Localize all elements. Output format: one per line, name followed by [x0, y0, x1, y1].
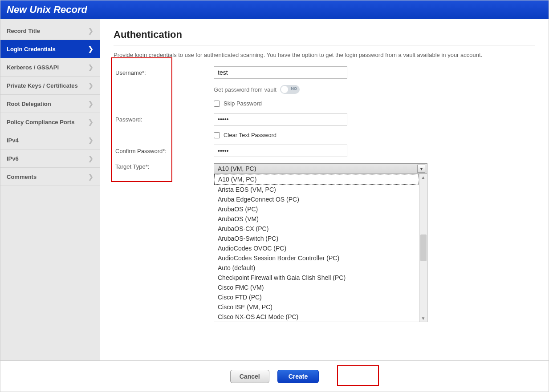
chevron-right-icon: ❯ [88, 137, 94, 144]
dropdown-option[interactable]: Cisco FTD (PC) [214, 292, 419, 302]
username-input[interactable] [214, 66, 347, 79]
sidebar-item-ipv4[interactable]: IPv4 ❯ [0, 131, 100, 150]
create-button[interactable]: Create [277, 370, 319, 383]
sidebar-item-kerberos[interactable]: Kerberos / GSSAPI ❯ [0, 58, 100, 77]
divider [114, 45, 535, 45]
dropdown-icon: ▾ [417, 165, 425, 173]
username-label: Username*: [114, 69, 214, 76]
sidebar-item-label: Policy Compliance Ports [7, 119, 74, 125]
sidebar-item-label: Comments [7, 174, 37, 180]
dropdown-option[interactable]: ArubaOS-Switch (PC) [214, 234, 419, 243]
sidebar-item-record-title[interactable]: Record Title ❯ [0, 22, 100, 40]
sidebar-item-label: Kerberos / GSSAPI [7, 64, 59, 71]
toggle-state: NO [291, 86, 297, 91]
chevron-right-icon: ❯ [88, 27, 94, 34]
chevron-right-icon: ❯ [88, 45, 94, 53]
dialog-title: New Unix Record [7, 4, 87, 16]
scroll-down-icon: ▼ [421, 315, 426, 322]
dropdown-option[interactable]: Checkpoint Firewall with Gaia Clish Shel… [214, 273, 419, 283]
confirm-password-input[interactable] [214, 145, 347, 157]
dropdown-option[interactable]: ArubaOS-CX (PC) [214, 224, 419, 234]
confirm-password-label: Confirm Password*: [114, 148, 214, 154]
chevron-right-icon: ❯ [88, 64, 94, 71]
dropdown-option[interactable]: Auto (default) [214, 263, 419, 273]
dialog-header: New Unix Record [0, 0, 549, 19]
sidebar-item-private-keys[interactable]: Private Keys / Certificates ❯ [0, 77, 100, 95]
chevron-right-icon: ❯ [88, 118, 94, 125]
clear-text-checkbox[interactable] [214, 132, 220, 138]
dropdown-option[interactable]: Cisco FMC (VM) [214, 283, 419, 292]
sidebar-item-label: IPv6 [7, 155, 19, 162]
dropdown-option[interactable]: Cisco ISE (VM, PC) [214, 302, 419, 312]
password-input[interactable] [214, 113, 347, 125]
dropdown-scrollbar[interactable]: ▲ ▼ [419, 174, 427, 322]
dropdown-option[interactable]: AudioCodes OVOC (PC) [214, 243, 419, 253]
main-panel: Authentication Provide login credentials… [100, 19, 549, 360]
dropdown-option[interactable]: AudioCodes Session Border Controller (PC… [214, 253, 419, 263]
chevron-right-icon: ❯ [88, 100, 94, 107]
target-type-label: Target Type*: [114, 163, 214, 170]
skip-password-checkbox[interactable] [214, 101, 220, 107]
vault-label: Get password from vault [214, 86, 277, 93]
skip-password-label: Skip Password [224, 100, 262, 107]
chevron-right-icon: ❯ [88, 155, 94, 162]
target-type-selected: A10 (VM, PC) [218, 165, 256, 172]
sidebar-item-label: IPv4 [7, 137, 19, 144]
chevron-right-icon: ❯ [88, 173, 94, 180]
password-label: Password: [114, 116, 214, 123]
sidebar-item-label: Login Credentials [7, 46, 56, 53]
dropdown-option[interactable]: ArubaOS (PC) [214, 204, 419, 214]
scroll-thumb[interactable] [420, 234, 427, 261]
dialog-footer: Cancel Create [0, 360, 549, 392]
vault-toggle[interactable]: NO [280, 85, 300, 94]
sidebar-item-ipv6[interactable]: IPv6 ❯ [0, 150, 100, 168]
dropdown-list: A10 (VM, PC) Arista EOS (VM, PC) Aruba E… [214, 174, 419, 322]
sidebar-item-label: Root Delegation [7, 101, 51, 107]
dropdown-option[interactable]: A10 (VM, PC) [214, 174, 419, 185]
dropdown-option[interactable]: Arista EOS (VM, PC) [214, 185, 419, 194]
target-type-select[interactable]: A10 (VM, PC) ▾ [214, 163, 427, 174]
scroll-up-icon: ▲ [421, 174, 426, 181]
sidebar-item-comments[interactable]: Comments ❯ [0, 168, 100, 186]
sidebar-item-label: Private Keys / Certificates [7, 82, 78, 89]
chevron-right-icon: ❯ [88, 82, 94, 89]
sidebar: Record Title ❯ Login Credentials ❯ Kerbe… [0, 19, 100, 360]
sidebar-item-login-credentials[interactable]: Login Credentials ❯ [0, 40, 100, 58]
section-title: Authentication [114, 29, 535, 40]
dropdown-option[interactable]: Cisco NX-OS ACI Mode (PC) [214, 312, 419, 322]
sidebar-item-policy-compliance[interactable]: Policy Compliance Ports ❯ [0, 113, 100, 131]
sidebar-item-root-delegation[interactable]: Root Delegation ❯ [0, 95, 100, 113]
toggle-knob [281, 86, 288, 93]
section-intro: Provide login credentials to use for aut… [114, 52, 535, 58]
sidebar-item-label: Record Title [7, 28, 40, 34]
clear-text-label: Clear Text Password [224, 132, 277, 138]
cancel-button[interactable]: Cancel [230, 370, 269, 383]
target-type-dropdown: A10 (VM, PC) Arista EOS (VM, PC) Aruba E… [214, 174, 427, 322]
dropdown-option[interactable]: Aruba EdgeConnect OS (PC) [214, 194, 419, 204]
dropdown-option[interactable]: ArubaOS (VM) [214, 214, 419, 224]
